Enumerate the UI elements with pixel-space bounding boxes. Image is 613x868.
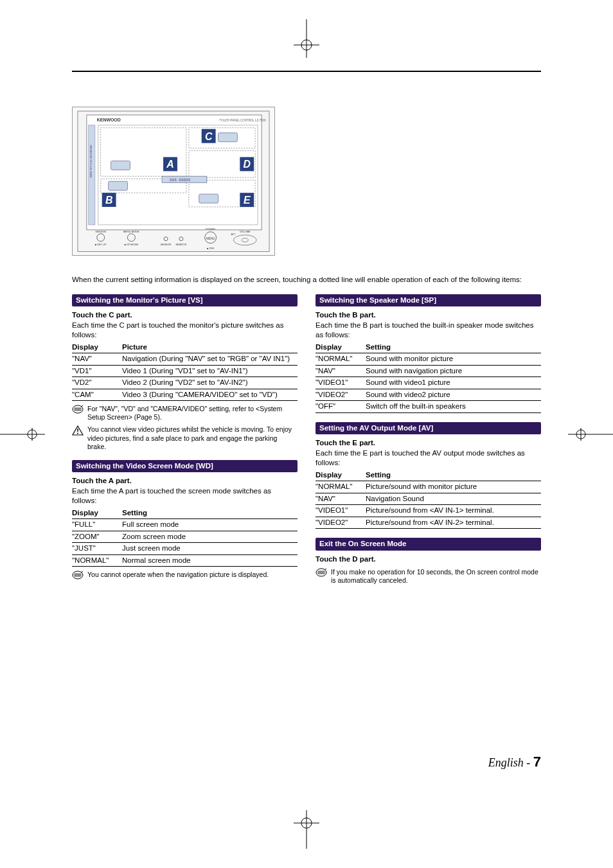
sp-table: Display Setting "NORMAL"Sound with monit… — [315, 342, 541, 413]
exit-note1: If you make no operation for 10 seconds,… — [315, 568, 541, 585]
intro-text: When the current setting information is … — [72, 275, 541, 285]
svg-text:REMOTE: REMOTE — [175, 243, 186, 246]
page-number: 7 — [533, 754, 541, 770]
section-heading-av: Setting the AV Output Mode [AV] — [315, 422, 541, 435]
svg-text:A: A — [166, 159, 173, 170]
table-row: "VIDEO2"Sound with video2 picture — [315, 389, 541, 401]
vs-table: Display Picture "NAV"Navigation (During … — [72, 342, 298, 402]
table-row: "VIDEO1"Sound with video1 picture — [315, 377, 541, 389]
table-row: "NAV"Navigation Sound — [315, 493, 541, 505]
wd-subhead: Touch the A part. — [72, 476, 298, 486]
table-row: "NORMAL"Sound with monitor picture — [315, 353, 541, 366]
th-display: Display — [72, 508, 122, 519]
table-row: "NAV"Navigation (During "NAV" set to "RG… — [72, 353, 298, 366]
section-wd: Switching the Video Screen Mode [WD] Tou… — [72, 460, 298, 583]
svg-text:B: B — [105, 195, 112, 206]
svg-text:888 88888: 888 88888 — [170, 177, 191, 182]
section-av: Setting the AV Output Mode [AV] Touch th… — [315, 422, 541, 529]
table-row: "VIDEO2"Picture/sound from <AV IN-2> ter… — [315, 517, 541, 529]
th-picture: Picture — [122, 342, 298, 353]
table-row: "CAM"Video 3 (During "CAMERA/VIDEO" set … — [72, 389, 298, 401]
svg-rect-23 — [109, 181, 128, 190]
av-desc: Each time the E part is touched the AV o… — [315, 448, 541, 468]
section-exit: Exit the On Screen Mode Touch the D part… — [315, 538, 541, 585]
table-row: "NORMAL"Picture/sound with monitor pictu… — [315, 481, 541, 493]
th-setting: Setting — [122, 508, 298, 519]
th-display: Display — [315, 470, 366, 481]
th-display: Display — [72, 342, 122, 353]
table-row: "OFF"Switch off the built-in speakers — [315, 401, 541, 413]
svg-text:■ SP MODE: ■ SP MODE — [125, 243, 139, 246]
th-setting: Setting — [366, 470, 541, 481]
brand-label: KENWOOD — [97, 118, 121, 122]
info-icon — [72, 571, 84, 582]
note-text: If you make no operation for 10 seconds,… — [331, 568, 541, 585]
svg-text:MENU: MENU — [206, 237, 215, 240]
svg-text:ATT: ATT — [231, 233, 236, 236]
table-row: "NORMAL"Normal screen mode — [72, 554, 298, 567]
svg-text:POWER: POWER — [206, 227, 215, 231]
crop-mark-right — [568, 428, 613, 441]
svg-text:SENSOR: SENSOR — [161, 243, 172, 246]
vs-desc: Each time the C part is touched the moni… — [72, 321, 298, 341]
crop-mark-left — [0, 428, 45, 441]
wd-table: Display Setting "FULL"Full screen mode "… — [72, 508, 298, 567]
svg-text:WIDE TFT COLOR DISPLAY: WIDE TFT COLOR DISPLAY — [89, 145, 93, 178]
note-text: You cannot view video pictures whilst th… — [87, 425, 298, 450]
exit-subhead: Touch the D part. — [315, 554, 541, 565]
table-row: "VD1"Video 1 (During "VD1" set to "AV-IN… — [72, 365, 298, 377]
page-footer: English - 7 — [488, 752, 541, 772]
svg-text:MENU MODE: MENU MODE — [123, 230, 139, 233]
svg-rect-24 — [218, 133, 238, 142]
model-label: TOUCH PANEL CONTROL LZ-7500 — [220, 119, 267, 122]
info-icon — [315, 568, 327, 580]
section-heading-exit: Exit the On Screen Mode — [315, 538, 541, 551]
section-heading-wd: Switching the Video Screen Mode [WD] — [72, 460, 298, 473]
av-table: Display Setting "NORMAL"Picture/sound wi… — [315, 470, 541, 529]
svg-rect-25 — [199, 194, 218, 203]
page-header-bar — [72, 71, 541, 98]
av-subhead: Touch the E part. — [315, 438, 541, 448]
table-row: "JUST"Just screen mode — [72, 543, 298, 555]
vs-subhead: Touch the C part. — [72, 310, 298, 321]
info-icon — [72, 405, 84, 416]
table-row: "NAV"Sound with navigation picture — [315, 365, 541, 377]
note-text: For "NAV", "VD" and "CAMERA/VIDEO" setti… — [87, 405, 298, 421]
vs-note2: You cannot view video pictures whilst th… — [72, 425, 298, 450]
crop-mark-bottom — [294, 810, 319, 849]
svg-text:■ OFF: ■ OFF — [207, 247, 215, 250]
svg-text:E: E — [244, 195, 251, 206]
svg-text:■ SET UP: ■ SET UP — [95, 243, 107, 246]
th-setting: Setting — [366, 342, 541, 353]
table-row: "ZOOM"Zoom screen mode — [72, 531, 298, 543]
wd-note1: You cannot operate when the navigation p… — [72, 571, 298, 582]
svg-text:VOLUME: VOLUME — [240, 230, 251, 233]
section-heading-vs: Switching the Monitor's Picture [VS] — [72, 294, 298, 307]
device-illustration: KENWOOD TOUCH PANEL CONTROL LZ-7500 WIDE… — [72, 107, 275, 256]
svg-text:D: D — [244, 159, 251, 170]
table-row: "VIDEO1"Picture/sound from <AV IN-1> ter… — [315, 505, 541, 517]
section-sp: Switching the Speaker Mode [SP] Touch th… — [315, 294, 541, 413]
svg-rect-22 — [111, 161, 130, 170]
vs-note1: For "NAV", "VD" and "CAMERA/VIDEO" setti… — [72, 405, 298, 421]
th-display: Display — [315, 342, 366, 353]
table-row: "FULL"Full screen mode — [72, 519, 298, 531]
section-vs: Switching the Monitor's Picture [VS] Tou… — [72, 294, 298, 451]
svg-point-62 — [77, 433, 78, 434]
crop-mark-top — [294, 19, 319, 58]
section-heading-sp: Switching the Speaker Mode [SP] — [315, 294, 541, 307]
footer-lang: English — [488, 756, 524, 769]
right-column: Switching the Speaker Mode [SP] Touch th… — [315, 294, 541, 594]
sp-subhead: Touch the B part. — [315, 310, 541, 321]
left-column: Switching the Monitor's Picture [VS] Tou… — [72, 294, 298, 594]
warning-icon — [72, 425, 84, 437]
wd-desc: Each time the A part is touched the scre… — [72, 486, 298, 506]
svg-text:SENSOR: SENSOR — [95, 230, 106, 233]
table-row: "VD2"Video 2 (During "VD2" set to "AV-IN… — [72, 377, 298, 389]
note-text: You cannot operate when the navigation p… — [87, 571, 269, 582]
svg-text:C: C — [205, 131, 213, 142]
sp-desc: Each time the B part is touched the buil… — [315, 321, 541, 341]
